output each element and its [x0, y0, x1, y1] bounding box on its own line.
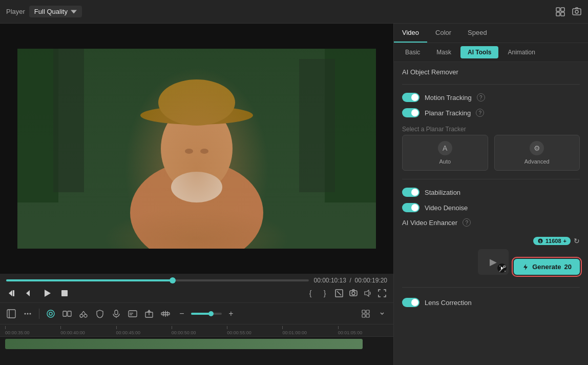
stabilization-knob: [411, 189, 418, 196]
quality-dropdown[interactable]: Full Quality: [29, 6, 82, 17]
zoom-thumb: [208, 311, 214, 316]
zoom-out-button[interactable]: −: [175, 307, 189, 321]
svg-rect-10: [325, 49, 376, 202]
play-button[interactable]: [41, 287, 53, 299]
mic-button[interactable]: [109, 307, 123, 321]
coin-icon: $: [537, 238, 543, 244]
generate-button[interactable]: Generate 20: [514, 259, 580, 275]
svg-rect-23: [61, 290, 68, 296]
captions-button[interactable]: [125, 307, 140, 321]
stabilization-toggle[interactable]: [402, 188, 419, 197]
grid-view-button[interactable]: [555, 7, 565, 17]
auto-tracker-label: Auto: [439, 158, 451, 165]
svg-marker-64: [523, 264, 528, 270]
tab-color[interactable]: Color: [427, 24, 459, 43]
export-button[interactable]: [142, 307, 156, 321]
svg-line-41: [83, 311, 86, 314]
clip-in-button[interactable]: {: [305, 288, 316, 298]
motion-tracking-knob: [411, 94, 418, 101]
svg-rect-1: [561, 8, 564, 11]
loop-button[interactable]: [44, 307, 58, 321]
planar-tracking-toggle[interactable]: [402, 108, 419, 117]
svg-point-17: [200, 149, 208, 154]
panel-content: AI Object Remover Motion Tracking ? Plan…: [394, 62, 588, 313]
preview-icon: ▶: [490, 256, 497, 268]
sub-tab-mask[interactable]: Mask: [429, 46, 458, 58]
video-denoise-toggle[interactable]: [402, 203, 419, 212]
tab-video[interactable]: Video: [394, 24, 427, 43]
lens-correction-row: Lens Correction: [402, 298, 580, 307]
ruler-mark-6: 00:01:05:00: [338, 326, 393, 335]
video-area: [0, 24, 393, 274]
sub-tab-animation[interactable]: Animation: [500, 46, 542, 58]
top-bar: Player Full Quality: [0, 0, 588, 24]
divider-1: [402, 84, 580, 85]
split-button[interactable]: [60, 307, 74, 321]
motion-tracking-toggle[interactable]: [402, 93, 419, 102]
svg-point-27: [352, 292, 355, 295]
skip-back-button[interactable]: [6, 287, 18, 299]
auto-tracker-icon: A: [438, 141, 452, 155]
time-display: 00:00:10:13 / 00:00:19:20: [314, 277, 387, 284]
advanced-tracker-label: Advanced: [524, 158, 550, 165]
zoom-in-button[interactable]: +: [224, 307, 238, 321]
progress-bar-container: 00:00:10:13 / 00:00:19:20: [6, 277, 387, 284]
svg-rect-42: [115, 310, 118, 315]
svg-rect-11: [299, 59, 335, 192]
svg-rect-4: [573, 9, 581, 15]
planar-tracking-help[interactable]: ?: [476, 109, 484, 117]
tracker-card-auto[interactable]: A Auto: [402, 135, 488, 171]
svg-point-5: [575, 10, 578, 13]
sub-tab-basic[interactable]: Basic: [398, 46, 427, 58]
svg-marker-21: [26, 290, 30, 296]
progress-track[interactable]: [6, 279, 309, 281]
cut-button[interactable]: [76, 307, 91, 321]
timeline-tracks: [0, 337, 393, 365]
sub-tab-ai-tools[interactable]: AI Tools: [460, 46, 498, 58]
svg-rect-20: [13, 290, 14, 296]
step-back-button[interactable]: [24, 287, 36, 299]
ai-video-enhancer-help[interactable]: ?: [463, 218, 471, 227]
layout-button[interactable]: [359, 307, 373, 321]
tab-speed[interactable]: Speed: [459, 24, 495, 43]
svg-point-12: [130, 161, 263, 249]
more-options-button[interactable]: [20, 307, 35, 321]
tracker-card-advanced[interactable]: ⚙ Advanced: [494, 135, 580, 171]
clip-out-button[interactable]: }: [320, 288, 330, 298]
timeline-clip-0[interactable]: [5, 339, 363, 349]
advanced-tracker-icon: ⚙: [530, 141, 544, 155]
screenshot-button[interactable]: [348, 288, 359, 298]
crop-button[interactable]: [334, 288, 344, 298]
generate-btn-wrapper: ▶: [478, 249, 580, 275]
svg-point-62: [499, 266, 500, 267]
ruler-mark-1: 00:00:40:00: [60, 326, 116, 335]
toolbar: − +: [0, 302, 393, 324]
video-denoise-label: Video Denoise: [425, 204, 468, 212]
ai-video-enhancer-label: AI Video Enhancer: [402, 219, 457, 227]
stabilization-row: Stabilization: [402, 188, 580, 197]
zoom-slider[interactable]: [191, 313, 222, 315]
planar-tracker-label: Select a Planar Tracker: [402, 126, 580, 133]
expand-button[interactable]: [377, 288, 387, 298]
audio-button[interactable]: [363, 288, 373, 298]
svg-point-33: [30, 313, 31, 314]
tracker-cards: A Auto ⚙ Advanced: [402, 135, 580, 171]
credits-row: $ 11608 + ↻: [533, 237, 580, 245]
stop-button[interactable]: [58, 287, 71, 299]
svg-point-13: [161, 105, 233, 192]
motion-tracking-help[interactable]: ?: [477, 93, 485, 102]
refresh-button[interactable]: ↻: [574, 237, 580, 245]
planar-tracker-select-area: Select a Planar Tracker A Auto ⚙ Advance…: [402, 124, 580, 171]
svg-rect-53: [362, 310, 365, 313]
credits-badge[interactable]: $ 11608 +: [533, 237, 571, 245]
speed-button[interactable]: [158, 307, 173, 321]
planar-tracking-row: Planar Tracking ?: [402, 108, 580, 117]
shield-button[interactable]: [93, 307, 107, 321]
photo-button[interactable]: [572, 7, 582, 17]
lens-correction-toggle[interactable]: [402, 298, 419, 307]
motion-tracking-row: Motion Tracking ?: [402, 93, 580, 102]
left-panel-toggle[interactable]: [4, 307, 18, 321]
svg-point-18: [171, 172, 222, 202]
more-button[interactable]: [375, 307, 389, 321]
video-frame: [17, 49, 376, 249]
